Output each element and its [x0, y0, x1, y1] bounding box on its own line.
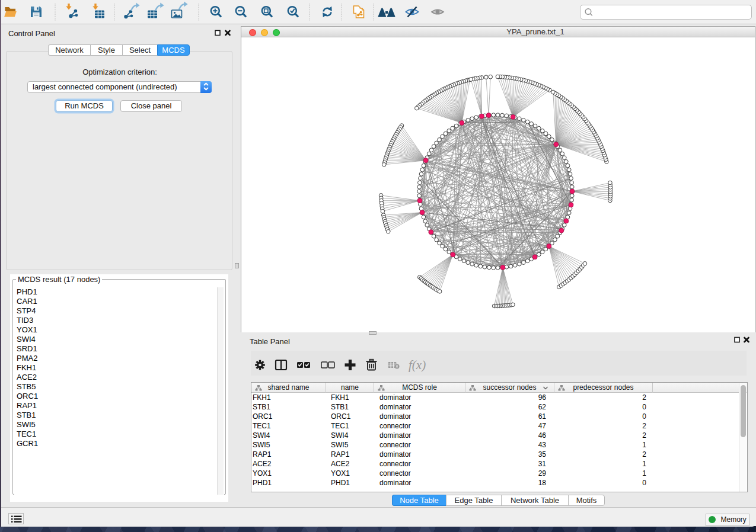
svg-text:f(x): f(x): [409, 358, 426, 372]
